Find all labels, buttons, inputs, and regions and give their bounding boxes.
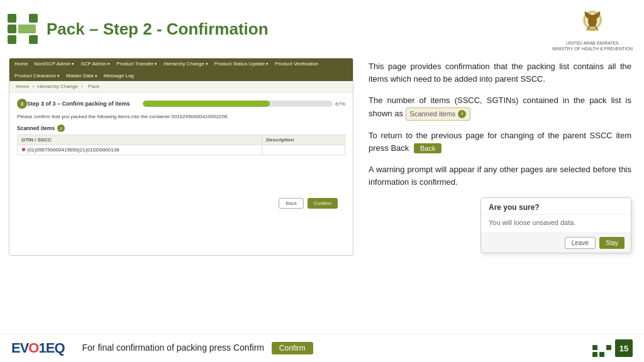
screenshot-panel: Home NordSCP Admin SCP Admin Product Tra… <box>9 58 353 256</box>
step-title: Step 3 of 3 – Confirm packing of items <box>27 101 130 107</box>
breadcrumb: Home › Hierarchy Change › Pack <box>9 81 353 92</box>
desc-para1: This page provides confirmation that the… <box>369 60 631 85</box>
scanned-items-label: Scanned items <box>17 125 55 131</box>
main-content: Home NordSCP Admin SCP Admin Product Tra… <box>0 58 644 256</box>
dialog-title: Are you sure? <box>481 198 631 215</box>
nav-bar: Home NordSCP Admin SCP Admin Product Tra… <box>9 58 353 81</box>
ministry-text: UNITED ARAB EMIRATES MINISTRY OF HEALTH … <box>552 40 633 52</box>
confirm-button-footer[interactable]: Confirm <box>272 342 313 354</box>
back-button-card[interactable]: Back <box>279 198 304 209</box>
desc-para3: To return to the previous page for chang… <box>369 129 631 155</box>
scanned-section: Scanned items i GTIN / SSCC Description <box>17 124 345 155</box>
warning-dialog: Are you sure? You will loose unsaved dat… <box>480 197 631 253</box>
confirm-button-card[interactable]: Confirm <box>308 198 338 209</box>
col-description: Description <box>262 135 345 145</box>
nav-message-log[interactable]: Message Log <box>104 73 134 79</box>
corner-dots <box>592 345 611 357</box>
stay-button[interactable]: Stay <box>599 237 625 249</box>
card-footer: Back Confirm <box>17 193 345 214</box>
back-button-inline[interactable]: Back <box>414 143 441 153</box>
nav-hierarchy-change[interactable]: Hierarchy Change <box>164 61 208 67</box>
svg-rect-3 <box>589 29 596 31</box>
desc-para2: The number of items (SSCC, SGTINs) conta… <box>369 94 631 120</box>
scanned-info-badge[interactable]: i <box>57 124 65 132</box>
col-gtin: GTIN / SSCC <box>18 135 262 145</box>
progress-label: 67% <box>335 101 345 107</box>
breadcrumb-hierarchy[interactable]: Hierarchy Change <box>37 84 77 89</box>
app-logo <box>8 14 38 44</box>
footer-text: For final confirmation of packing press … <box>82 342 313 354</box>
dialog-body: You will loose unsaved data. <box>481 215 631 233</box>
page-header: Pack – Step 2 - Confirmation UNITED ARAB… <box>0 0 644 55</box>
nav-product-verification[interactable]: Product Verification <box>275 61 318 67</box>
nav-product-clearance[interactable]: Product Clearance <box>14 73 60 79</box>
progress-bar <box>143 101 333 107</box>
nav-master-data[interactable]: Master Data <box>66 73 97 79</box>
confirm-instruction: Please confirm that you packed the follo… <box>17 114 345 119</box>
scanned-items-badge: Scanned itemsi <box>406 107 471 121</box>
items-table: GTIN / SSCC Description ✱ (01)0567500004… <box>17 134 345 155</box>
evoteq-logo: EVO1EQ <box>11 340 65 356</box>
description-panel: This page provides confirmation that the… <box>365 58 635 256</box>
row-gtin: ✱ (01)056750000415650(21)01SD0000136 <box>18 145 262 155</box>
badge-info-icon: i <box>458 110 466 118</box>
leave-button[interactable]: Leave <box>565 237 596 249</box>
progress-fill <box>143 101 270 107</box>
breadcrumb-pack: Pack <box>88 84 99 89</box>
row-description <box>262 145 345 155</box>
bottom-bar: EVO1EQ For final confirmation of packing… <box>0 334 644 362</box>
page-title: Pack – Step 2 - Confirmation <box>47 19 269 39</box>
page-number: 15 <box>615 339 633 357</box>
step-card: 3 Step 3 of 3 – Confirm packing of items… <box>9 92 353 220</box>
step-badge: 3 <box>17 99 27 109</box>
table-row: ✱ (01)056750000415650(21)01SD0000136 <box>18 145 345 155</box>
breadcrumb-home[interactable]: Home <box>16 84 29 89</box>
nav-nordscp[interactable]: NordSCP Admin <box>34 61 74 67</box>
ministry-logo: UNITED ARAB EMIRATES MINISTRY OF HEALTH … <box>552 6 633 52</box>
desc-para4: A warning prompt will appear if any othe… <box>369 163 631 189</box>
dialog-footer: Leave Stay <box>481 233 631 253</box>
nav-scp[interactable]: SCP Admin <box>80 61 110 67</box>
nav-home[interactable]: Home <box>14 61 28 67</box>
nav-product-transfer[interactable]: Product Transfer <box>116 61 157 67</box>
nav-product-status[interactable]: Product Status Update <box>214 61 269 67</box>
